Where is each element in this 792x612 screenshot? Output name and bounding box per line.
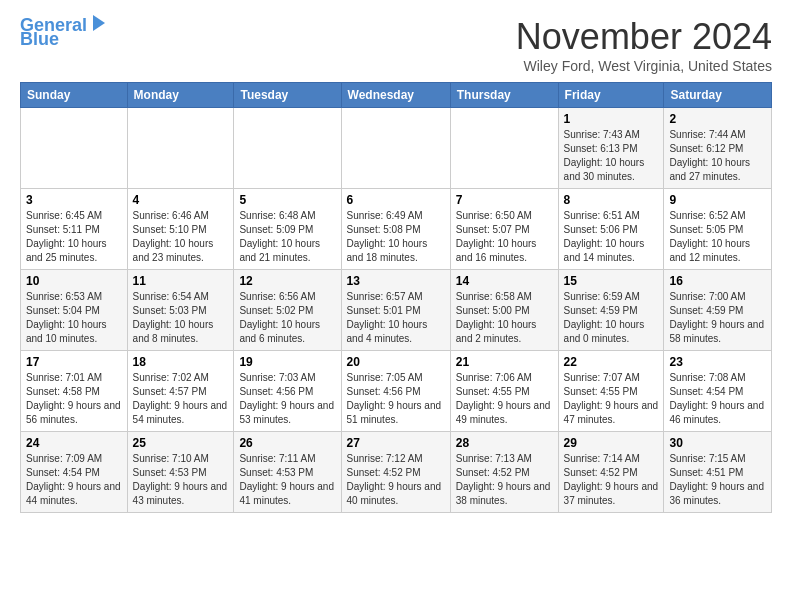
logo: General Blue — [20, 16, 109, 48]
calendar-cell: 12Sunrise: 6:56 AMSunset: 5:02 PMDayligh… — [234, 270, 341, 351]
day-number: 27 — [347, 436, 445, 450]
day-number: 13 — [347, 274, 445, 288]
day-info: Sunrise: 7:13 AMSunset: 4:52 PMDaylight:… — [456, 453, 551, 506]
day-number: 11 — [133, 274, 229, 288]
day-number: 26 — [239, 436, 335, 450]
day-number: 16 — [669, 274, 766, 288]
day-info: Sunrise: 6:48 AMSunset: 5:09 PMDaylight:… — [239, 210, 320, 263]
day-number: 15 — [564, 274, 659, 288]
day-info: Sunrise: 6:50 AMSunset: 5:07 PMDaylight:… — [456, 210, 537, 263]
calendar-cell: 6Sunrise: 6:49 AMSunset: 5:08 PMDaylight… — [341, 189, 450, 270]
day-number: 4 — [133, 193, 229, 207]
day-info: Sunrise: 7:02 AMSunset: 4:57 PMDaylight:… — [133, 372, 228, 425]
calendar-cell: 20Sunrise: 7:05 AMSunset: 4:56 PMDayligh… — [341, 351, 450, 432]
calendar-cell: 28Sunrise: 7:13 AMSunset: 4:52 PMDayligh… — [450, 432, 558, 513]
day-info: Sunrise: 6:46 AMSunset: 5:10 PMDaylight:… — [133, 210, 214, 263]
logo-arrow-icon — [89, 13, 109, 33]
day-info: Sunrise: 6:59 AMSunset: 4:59 PMDaylight:… — [564, 291, 645, 344]
day-number: 24 — [26, 436, 122, 450]
calendar-cell — [127, 108, 234, 189]
calendar-week-row: 24Sunrise: 7:09 AMSunset: 4:54 PMDayligh… — [21, 432, 772, 513]
day-number: 9 — [669, 193, 766, 207]
day-info: Sunrise: 7:00 AMSunset: 4:59 PMDaylight:… — [669, 291, 764, 344]
calendar-cell: 3Sunrise: 6:45 AMSunset: 5:11 PMDaylight… — [21, 189, 128, 270]
calendar-cell: 11Sunrise: 6:54 AMSunset: 5:03 PMDayligh… — [127, 270, 234, 351]
page-header: General Blue November 2024 Wiley Ford, W… — [20, 16, 772, 74]
weekday-header: Thursday — [450, 83, 558, 108]
weekday-header: Saturday — [664, 83, 772, 108]
calendar-week-row: 1Sunrise: 7:43 AMSunset: 6:13 PMDaylight… — [21, 108, 772, 189]
day-number: 25 — [133, 436, 229, 450]
day-number: 12 — [239, 274, 335, 288]
calendar-cell — [341, 108, 450, 189]
calendar-cell — [21, 108, 128, 189]
day-info: Sunrise: 7:09 AMSunset: 4:54 PMDaylight:… — [26, 453, 121, 506]
day-number: 19 — [239, 355, 335, 369]
calendar-cell: 7Sunrise: 6:50 AMSunset: 5:07 PMDaylight… — [450, 189, 558, 270]
day-number: 10 — [26, 274, 122, 288]
day-info: Sunrise: 6:56 AMSunset: 5:02 PMDaylight:… — [239, 291, 320, 344]
day-number: 17 — [26, 355, 122, 369]
day-info: Sunrise: 6:52 AMSunset: 5:05 PMDaylight:… — [669, 210, 750, 263]
day-number: 1 — [564, 112, 659, 126]
calendar-week-row: 3Sunrise: 6:45 AMSunset: 5:11 PMDaylight… — [21, 189, 772, 270]
day-number: 23 — [669, 355, 766, 369]
day-info: Sunrise: 6:51 AMSunset: 5:06 PMDaylight:… — [564, 210, 645, 263]
month-title: November 2024 — [516, 16, 772, 58]
day-info: Sunrise: 7:12 AMSunset: 4:52 PMDaylight:… — [347, 453, 442, 506]
calendar-cell: 27Sunrise: 7:12 AMSunset: 4:52 PMDayligh… — [341, 432, 450, 513]
day-info: Sunrise: 7:06 AMSunset: 4:55 PMDaylight:… — [456, 372, 551, 425]
day-info: Sunrise: 6:45 AMSunset: 5:11 PMDaylight:… — [26, 210, 107, 263]
calendar-week-row: 10Sunrise: 6:53 AMSunset: 5:04 PMDayligh… — [21, 270, 772, 351]
calendar-header-row: SundayMondayTuesdayWednesdayThursdayFrid… — [21, 83, 772, 108]
day-number: 8 — [564, 193, 659, 207]
day-number: 21 — [456, 355, 553, 369]
day-number: 2 — [669, 112, 766, 126]
day-number: 30 — [669, 436, 766, 450]
day-info: Sunrise: 6:49 AMSunset: 5:08 PMDaylight:… — [347, 210, 428, 263]
day-number: 5 — [239, 193, 335, 207]
weekday-header: Friday — [558, 83, 664, 108]
calendar-cell: 19Sunrise: 7:03 AMSunset: 4:56 PMDayligh… — [234, 351, 341, 432]
calendar-cell: 24Sunrise: 7:09 AMSunset: 4:54 PMDayligh… — [21, 432, 128, 513]
calendar-cell: 13Sunrise: 6:57 AMSunset: 5:01 PMDayligh… — [341, 270, 450, 351]
day-info: Sunrise: 7:15 AMSunset: 4:51 PMDaylight:… — [669, 453, 764, 506]
day-number: 18 — [133, 355, 229, 369]
day-number: 3 — [26, 193, 122, 207]
weekday-header: Tuesday — [234, 83, 341, 108]
calendar-cell: 4Sunrise: 6:46 AMSunset: 5:10 PMDaylight… — [127, 189, 234, 270]
calendar-cell: 14Sunrise: 6:58 AMSunset: 5:00 PMDayligh… — [450, 270, 558, 351]
calendar-cell: 21Sunrise: 7:06 AMSunset: 4:55 PMDayligh… — [450, 351, 558, 432]
calendar-week-row: 17Sunrise: 7:01 AMSunset: 4:58 PMDayligh… — [21, 351, 772, 432]
calendar-table: SundayMondayTuesdayWednesdayThursdayFrid… — [20, 82, 772, 513]
calendar-cell — [450, 108, 558, 189]
calendar-cell — [234, 108, 341, 189]
calendar-cell: 25Sunrise: 7:10 AMSunset: 4:53 PMDayligh… — [127, 432, 234, 513]
title-block: November 2024 Wiley Ford, West Virginia,… — [516, 16, 772, 74]
day-info: Sunrise: 7:03 AMSunset: 4:56 PMDaylight:… — [239, 372, 334, 425]
calendar-cell: 15Sunrise: 6:59 AMSunset: 4:59 PMDayligh… — [558, 270, 664, 351]
day-number: 22 — [564, 355, 659, 369]
day-info: Sunrise: 7:11 AMSunset: 4:53 PMDaylight:… — [239, 453, 334, 506]
calendar-cell: 1Sunrise: 7:43 AMSunset: 6:13 PMDaylight… — [558, 108, 664, 189]
weekday-header: Monday — [127, 83, 234, 108]
calendar-cell: 17Sunrise: 7:01 AMSunset: 4:58 PMDayligh… — [21, 351, 128, 432]
day-info: Sunrise: 6:53 AMSunset: 5:04 PMDaylight:… — [26, 291, 107, 344]
calendar-cell: 10Sunrise: 6:53 AMSunset: 5:04 PMDayligh… — [21, 270, 128, 351]
day-info: Sunrise: 6:54 AMSunset: 5:03 PMDaylight:… — [133, 291, 214, 344]
day-info: Sunrise: 7:05 AMSunset: 4:56 PMDaylight:… — [347, 372, 442, 425]
svg-marker-0 — [93, 15, 105, 31]
logo-blue: Blue — [20, 30, 59, 48]
calendar-cell: 9Sunrise: 6:52 AMSunset: 5:05 PMDaylight… — [664, 189, 772, 270]
day-number: 20 — [347, 355, 445, 369]
day-info: Sunrise: 7:07 AMSunset: 4:55 PMDaylight:… — [564, 372, 659, 425]
calendar-cell: 26Sunrise: 7:11 AMSunset: 4:53 PMDayligh… — [234, 432, 341, 513]
day-number: 7 — [456, 193, 553, 207]
calendar-cell: 23Sunrise: 7:08 AMSunset: 4:54 PMDayligh… — [664, 351, 772, 432]
day-info: Sunrise: 7:44 AMSunset: 6:12 PMDaylight:… — [669, 129, 750, 182]
day-info: Sunrise: 7:14 AMSunset: 4:52 PMDaylight:… — [564, 453, 659, 506]
calendar-cell: 2Sunrise: 7:44 AMSunset: 6:12 PMDaylight… — [664, 108, 772, 189]
day-number: 29 — [564, 436, 659, 450]
location: Wiley Ford, West Virginia, United States — [516, 58, 772, 74]
calendar-cell: 30Sunrise: 7:15 AMSunset: 4:51 PMDayligh… — [664, 432, 772, 513]
